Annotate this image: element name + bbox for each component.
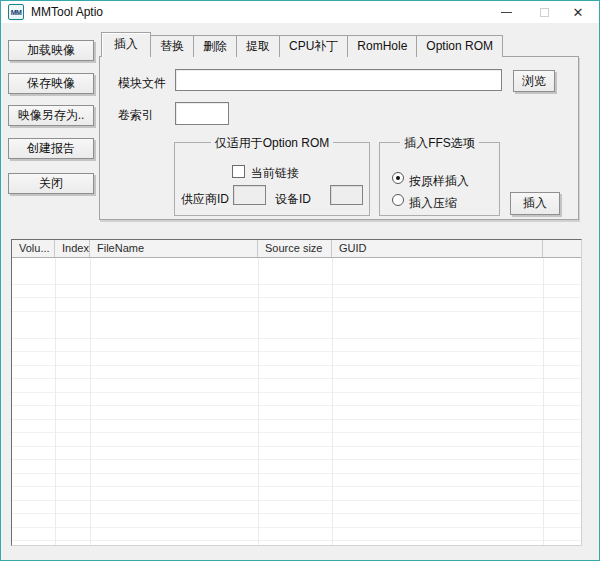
tab-cpu-patch[interactable]: CPU补丁: [280, 35, 348, 57]
column-divider: [90, 258, 91, 545]
column-divider: [543, 258, 544, 545]
device-id-input[interactable]: [330, 185, 363, 205]
app-window: MM MMTool Aptio ✕ 加载映像 保存映像 映像另存为.. 创建报告…: [0, 0, 600, 561]
col-header-index[interactable]: Index: [55, 240, 90, 257]
tab-delete[interactable]: 删除: [194, 35, 237, 57]
tab-extract[interactable]: 提取: [237, 35, 280, 57]
create-report-button[interactable]: 创建报告: [8, 138, 94, 159]
module-table-body: [12, 258, 581, 545]
insert-as-is-radio[interactable]: [392, 172, 404, 184]
device-id-label: 设备ID: [275, 191, 311, 208]
insert-compressed-label: 插入压缩: [409, 195, 457, 212]
insert-as-is-label: 按原样插入: [409, 173, 469, 190]
current-link-checkbox[interactable]: [232, 165, 245, 178]
maximize-icon: [540, 8, 549, 17]
column-divider: [332, 258, 333, 545]
tab-option-rom[interactable]: Option ROM: [417, 35, 503, 57]
vendor-id-label: 供应商ID: [181, 191, 229, 208]
app-icon-text: MM: [11, 9, 22, 16]
maximize-button: [529, 1, 559, 23]
tab-romhole[interactable]: RomHole: [348, 35, 417, 57]
module-file-input[interactable]: [175, 69, 502, 91]
option-rom-group-title: 仅适用于Option ROM: [175, 135, 369, 152]
insert-tab-panel: 模块文件 浏览 卷索引 仅适用于Option ROM 当前链接 供应商ID 设备…: [99, 56, 579, 220]
insert-compressed-radio[interactable]: [392, 194, 404, 206]
col-header-source-size[interactable]: Source size: [258, 240, 332, 257]
current-link-label: 当前链接: [251, 165, 299, 182]
column-divider: [55, 258, 56, 545]
close-app-button[interactable]: 关闭: [8, 173, 94, 194]
insert-button[interactable]: 插入: [510, 192, 560, 215]
col-header-blank[interactable]: [543, 240, 581, 257]
tab-insert[interactable]: 插入: [101, 32, 151, 57]
save-image-button[interactable]: 保存映像: [8, 73, 94, 94]
browse-button[interactable]: 浏览: [513, 70, 555, 92]
module-table-header: Volu... Index FileName Source size GUID: [12, 240, 581, 258]
titlebar: MM MMTool Aptio ✕: [1, 1, 599, 23]
close-button[interactable]: ✕: [563, 1, 593, 23]
col-header-filename[interactable]: FileName: [90, 240, 258, 257]
vendor-id-input[interactable]: [233, 185, 266, 205]
window-title: MMTool Aptio: [31, 1, 103, 23]
save-image-as-button[interactable]: 映像另存为..: [8, 105, 94, 126]
option-rom-group: 仅适用于Option ROM 当前链接 供应商ID 设备ID: [174, 142, 370, 216]
app-icon: MM: [8, 4, 24, 20]
volume-index-label: 卷索引: [118, 107, 154, 124]
volume-index-input[interactable]: [175, 102, 229, 125]
col-header-volume[interactable]: Volu...: [12, 240, 55, 257]
load-image-button[interactable]: 加载映像: [8, 40, 94, 61]
module-file-label: 模块文件: [118, 75, 166, 92]
tabstrip: 插入 替换 删除 提取 CPU补丁 RomHole Option ROM: [101, 34, 503, 57]
tab-replace[interactable]: 替换: [151, 35, 194, 57]
ffs-options-group-title: 插入FFS选项: [380, 135, 499, 152]
module-table: Volu... Index FileName Source size GUID: [11, 239, 582, 546]
ffs-options-group: 插入FFS选项 按原样插入 插入压缩: [379, 142, 500, 216]
column-divider: [258, 258, 259, 545]
minimize-button[interactable]: [491, 1, 521, 23]
minimize-icon: [501, 12, 512, 13]
col-header-guid[interactable]: GUID: [332, 240, 543, 257]
